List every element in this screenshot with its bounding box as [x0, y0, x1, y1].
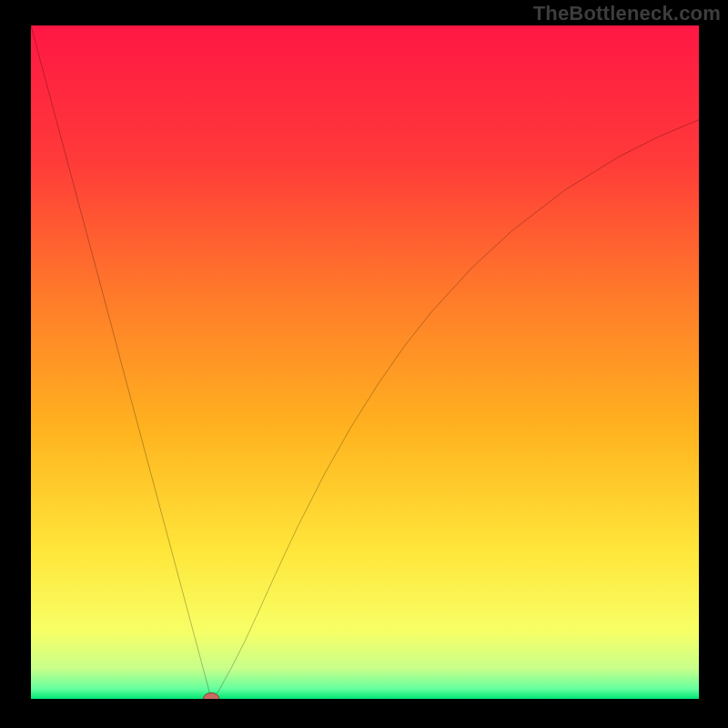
- watermark-text: TheBottleneck.com: [533, 2, 721, 25]
- gradient-background: [31, 25, 699, 699]
- plot-area: [31, 25, 699, 699]
- chart-frame: TheBottleneck.com: [0, 0, 728, 728]
- plot-svg: [31, 25, 699, 699]
